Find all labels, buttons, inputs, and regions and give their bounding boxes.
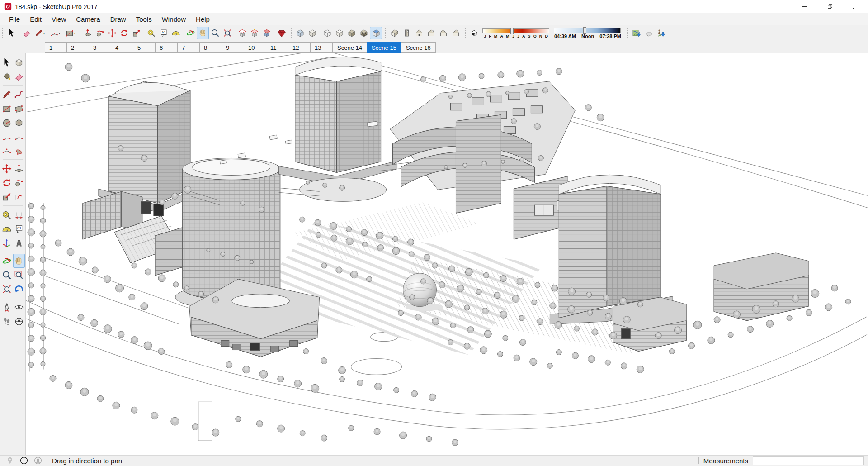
zoom-window-tool[interactable] <box>13 268 25 282</box>
dropdown-arrow-icon[interactable]: ▾ <box>43 31 47 35</box>
shaded-textures-style-button[interactable] <box>358 27 370 39</box>
close-button[interactable] <box>842 0 868 13</box>
polygon-tool[interactable] <box>13 115 25 129</box>
dimension-tool[interactable] <box>13 208 25 222</box>
scene-tab-1[interactable]: 1 <box>45 42 67 53</box>
look-around-tool[interactable] <box>13 300 25 314</box>
rectangle-tool[interactable] <box>1 101 13 115</box>
scene-tab-7[interactable]: 7 <box>178 42 200 53</box>
freehand-tool[interactable] <box>13 87 25 101</box>
front-view-button[interactable] <box>413 27 425 39</box>
menu-help[interactable]: Help <box>191 14 215 24</box>
rotate-tool[interactable] <box>1 176 13 190</box>
scene-tab-5[interactable]: 5 <box>133 42 156 53</box>
protractor-tool-button[interactable] <box>170 27 182 39</box>
monochrome-style-button[interactable] <box>370 27 382 39</box>
menu-draw[interactable]: Draw <box>105 14 131 24</box>
scene-tab-9[interactable]: 9 <box>222 42 244 53</box>
zoom-extents-button[interactable] <box>221 27 233 39</box>
3d-text-tool[interactable] <box>13 236 25 250</box>
scene-tab-3[interactable]: 3 <box>89 42 111 53</box>
tape-measure-button[interactable] <box>145 27 157 39</box>
zoom-tool-button[interactable] <box>209 27 221 39</box>
pie-tool[interactable] <box>13 143 25 157</box>
three-point-arc-tool[interactable] <box>1 143 13 157</box>
sign-in-icon[interactable] <box>33 456 42 465</box>
navigation-tool[interactable] <box>13 314 25 328</box>
line-tool-button[interactable]: ▾ <box>33 27 48 39</box>
left-view-button[interactable] <box>437 27 449 39</box>
scene-tab-scene-14[interactable]: Scene 14 <box>333 42 367 53</box>
wireframe-style-button[interactable] <box>321 27 333 39</box>
move-tool-button[interactable] <box>106 27 118 39</box>
photo-textures-button[interactable] <box>655 27 667 39</box>
arc-tool[interactable] <box>1 129 13 143</box>
hidden-line-style-button[interactable] <box>333 27 345 39</box>
pan-tool[interactable] <box>13 254 25 268</box>
paint-bucket-tool[interactable] <box>1 69 13 83</box>
text-tool[interactable]: A1 <box>13 222 25 236</box>
scene-tab-2[interactable]: 2 <box>67 42 89 53</box>
pushpull-tool[interactable] <box>13 162 25 176</box>
circle-tool[interactable] <box>1 115 13 129</box>
scene-tab-11[interactable]: 11 <box>266 42 288 53</box>
previous-view-tool[interactable] <box>13 282 25 296</box>
text-tool-button[interactable]: A1 <box>157 27 170 39</box>
scale-tool-button[interactable] <box>130 27 142 39</box>
dropdown-arrow-icon[interactable]: ▾ <box>74 31 77 35</box>
orbit-tool-button[interactable] <box>184 27 197 39</box>
menu-edit[interactable]: Edit <box>25 14 47 24</box>
eraser-tool-button[interactable] <box>20 27 33 39</box>
orbit-tool[interactable] <box>1 254 13 268</box>
scene-tab-8[interactable]: 8 <box>200 42 222 53</box>
measurements-input[interactable] <box>753 456 864 465</box>
scene-tab-10[interactable]: 10 <box>244 42 266 53</box>
scene-tab-6[interactable]: 6 <box>156 42 178 53</box>
pushpull-tool-button[interactable] <box>81 27 94 39</box>
select-tool-button[interactable] <box>5 27 18 39</box>
make-component-tool[interactable] <box>13 55 25 69</box>
xray-style-button[interactable] <box>294 27 306 39</box>
scene-tab-scene-15[interactable]: Scene 15 <box>367 42 401 53</box>
shadow-month-slider[interactable]: JFMAMJJASOND <box>482 28 549 38</box>
arc-tool-button[interactable]: ▾ <box>48 27 63 39</box>
followme-tool[interactable] <box>13 176 25 190</box>
scale-tool[interactable] <box>1 190 13 204</box>
minimize-button[interactable] <box>792 0 817 13</box>
move-tool[interactable] <box>1 162 13 176</box>
section-plane-button[interactable] <box>236 27 248 39</box>
shadow-time-slider[interactable]: 04:39 AMNoon07:28 PM <box>554 28 622 39</box>
scene-tab-scene-16[interactable]: Scene 16 <box>401 42 436 53</box>
top-view-button[interactable] <box>401 27 413 39</box>
menu-file[interactable]: File <box>4 14 25 24</box>
rotate-tool-button[interactable] <box>118 27 130 39</box>
model-viewport[interactable] <box>26 53 868 455</box>
two-point-arc-tool[interactable] <box>13 129 25 143</box>
menu-tools[interactable]: Tools <box>131 14 157 24</box>
menu-view[interactable]: View <box>47 14 71 24</box>
rectangle-tool-button[interactable]: ▾ <box>63 27 79 39</box>
dropdown-arrow-icon[interactable]: ▾ <box>59 31 62 35</box>
position-camera-tool[interactable] <box>1 300 13 314</box>
viewport-3d-model[interactable] <box>26 53 868 455</box>
add-location-button[interactable] <box>630 27 642 39</box>
followme-tool-button[interactable] <box>94 27 106 39</box>
time-slider-handle[interactable] <box>583 27 586 34</box>
shadow-settings-button[interactable] <box>468 27 480 39</box>
scene-tab-13[interactable]: 13 <box>311 42 333 53</box>
credits-info-icon[interactable] <box>19 456 28 465</box>
back-view-button[interactable] <box>425 27 437 39</box>
tape-measure-tool[interactable] <box>1 208 13 222</box>
zoom-extents-tool[interactable] <box>1 282 13 296</box>
month-slider-handle[interactable] <box>510 28 514 34</box>
toggle-terrain-button[interactable] <box>642 27 655 39</box>
iso-view-button[interactable] <box>388 27 401 39</box>
restore-button[interactable] <box>817 0 842 13</box>
eraser-tool[interactable] <box>13 69 25 83</box>
pan-tool-button[interactable] <box>197 27 209 39</box>
display-section-cuts-button[interactable] <box>260 27 273 39</box>
display-section-planes-button[interactable] <box>248 27 260 39</box>
scene-tab-12[interactable]: 12 <box>288 42 311 53</box>
scene-tab-4[interactable]: 4 <box>111 42 133 53</box>
menu-camera[interactable]: Camera <box>71 14 105 24</box>
